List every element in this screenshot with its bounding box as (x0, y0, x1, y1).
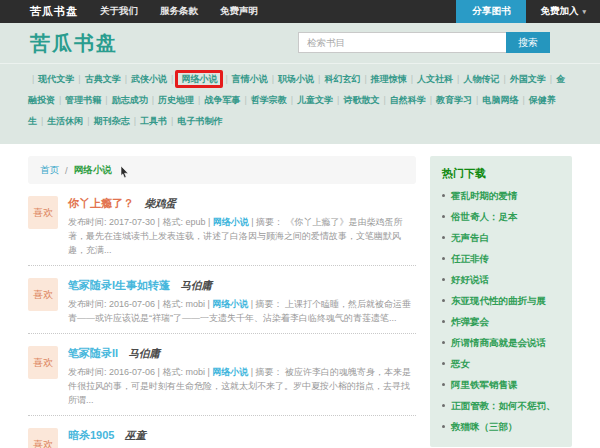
hot-download-item: 好好说话 (442, 274, 560, 286)
hot-download-link[interactable]: 救猫咪（三部） (451, 421, 518, 433)
nav-item-12[interactable]: 管理书籍 (65, 95, 101, 105)
hot-download-link[interactable]: 东亚现代性的曲折与展 (451, 295, 546, 307)
site-logo[interactable]: 苦瓜书盘 (30, 30, 118, 57)
hot-download-item: 炸弹宴会 (442, 316, 560, 328)
category-nav: |现代文学|古典文学|武侠小说|网络小说|言情小说|职场小说|科幻玄幻|推理惊悚… (0, 63, 600, 144)
book-info: 暗杀1905 巫童 发布时间: 2016-07-05 | 格式: mobi | … (68, 425, 416, 448)
like-button[interactable]: 喜欢 (28, 346, 58, 379)
search-button[interactable]: 搜索 (506, 32, 550, 53)
nav-divider: | (550, 74, 552, 84)
nav-item-16[interactable]: 哲学宗教 (251, 95, 287, 105)
book-meta: 发布时间: 2017-07-30 | 格式: epub | 网络小说 | 摘要：… (68, 215, 416, 257)
nav-item-19[interactable]: 自然科学 (390, 95, 426, 105)
nav-divider: | (476, 95, 478, 105)
nav-divider: | (152, 95, 154, 105)
hot-download-link[interactable]: 任正非传 (451, 253, 489, 265)
content-area: 首页 / 网络小说 喜欢 你丫上瘾了？ 柴鸡蛋 发布时间: 2017-07-30… (0, 144, 600, 448)
book-meta-pre: 发布时间: 2016-07-06 | 格式: mobi | (68, 367, 212, 377)
breadcrumb-home-link[interactable]: 首页 (40, 164, 59, 177)
book-entry: 喜欢 暗杀1905 巫童 发布时间: 2016-07-05 | 格式: mobi… (28, 416, 416, 448)
nav-divider: | (78, 74, 80, 84)
site-header: 苦瓜书盘 搜索 (0, 23, 600, 63)
hot-download-link[interactable]: 好好说话 (451, 274, 489, 286)
nav-item-7[interactable]: 推理惊悚 (371, 74, 407, 84)
topbar-spacer (258, 0, 456, 23)
topbar-link-about[interactable]: 关于我们 (100, 5, 138, 18)
nav-item-26[interactable]: 电子书制作 (177, 116, 222, 126)
like-button[interactable]: 喜欢 (28, 428, 58, 448)
hot-download-link[interactable]: 所谓情商高就是会说话 (451, 337, 546, 349)
free-join-button[interactable]: 免费加入 ▾ (526, 0, 600, 23)
like-button[interactable]: 喜欢 (28, 278, 58, 311)
nav-item-10[interactable]: 外国文学 (510, 74, 546, 84)
book-list: 喜欢 你丫上瘾了？ 柴鸡蛋 发布时间: 2017-07-30 | 格式: epu… (28, 184, 416, 448)
bullet-icon (442, 278, 445, 281)
book-title-link[interactable]: 暗杀1905 (68, 429, 114, 441)
nav-divider: | (457, 74, 459, 84)
nav-divider: | (105, 95, 107, 105)
book-info: 笔冢随录II 马伯庸 发布时间: 2016-07-06 | 格式: mobi |… (68, 343, 416, 407)
page: 苦瓜书盘 关于我们 服务条款 免费声明 分享图书 免费加入 ▾ 苦瓜书盘 搜索 … (0, 0, 600, 448)
hot-download-link[interactable]: 阿里铁军销售课 (451, 379, 518, 391)
nav-divider: | (383, 95, 385, 105)
nav-item-15[interactable]: 战争军事 (204, 95, 240, 105)
book-meta-pre: 发布时间: 2017-07-30 | 格式: epub | (68, 217, 213, 227)
nav-item-4[interactable]: 言情小说 (232, 74, 268, 84)
nav-item-14[interactable]: 历史地理 (158, 95, 194, 105)
hot-download-link[interactable]: 俗世奇人：足本 (451, 211, 518, 223)
nav-item-23[interactable]: 生活休闲 (47, 116, 83, 126)
book-title-link[interactable]: 笔冢随录I生事如转蓬 (68, 279, 170, 291)
nav-divider: | (125, 74, 127, 84)
nav-item-18[interactable]: 诗歌散文 (343, 95, 379, 105)
book-title-link[interactable]: 笔冢随录II (68, 347, 118, 359)
bullet-icon (442, 383, 445, 386)
book-author: 巫童 (125, 429, 146, 441)
hot-download-link[interactable]: 霍乱时期的爱情 (451, 190, 518, 202)
share-books-button[interactable]: 分享图书 (456, 0, 526, 23)
nav-divider: | (32, 74, 34, 84)
topbar-link-disclaimer[interactable]: 免费声明 (220, 5, 258, 18)
nav-item-13[interactable]: 励志成功 (112, 95, 148, 105)
book-title-link[interactable]: 你丫上瘾了？ (68, 197, 134, 209)
like-button[interactable]: 喜欢 (28, 196, 58, 229)
mouse-cursor-icon (120, 166, 130, 178)
hot-downloads-title: 热门下载 (442, 166, 560, 181)
nav-item-25[interactable]: 工具书 (140, 116, 167, 126)
nav-item-24[interactable]: 期刊杂志 (94, 116, 130, 126)
nav-item-2[interactable]: 武侠小说 (131, 74, 167, 84)
nav-item-0[interactable]: 现代文学 (38, 74, 74, 84)
bullet-icon (442, 194, 445, 197)
nav-item-17[interactable]: 儿童文学 (297, 95, 333, 105)
nav-item-5[interactable]: 职场小说 (278, 74, 314, 84)
book-author: 马伯庸 (129, 347, 161, 359)
hot-download-link[interactable]: 正面管教：如何不惩罚、 (451, 400, 556, 412)
topbar-link-terms[interactable]: 服务条款 (160, 5, 198, 18)
nav-item-9[interactable]: 人物传记 (463, 74, 499, 84)
book-category-link[interactable]: 网络小说 (213, 217, 249, 227)
hot-download-item: 救猫咪（三部） (442, 421, 560, 433)
hot-download-link[interactable]: 恶女 (451, 358, 470, 370)
nav-divider: | (411, 74, 413, 84)
bullet-icon (442, 215, 445, 218)
hot-download-link[interactable]: 无声告白 (451, 232, 489, 244)
search-input[interactable] (298, 32, 506, 53)
top-bar: 苦瓜书盘 关于我们 服务条款 免费声明 分享图书 免费加入 ▾ (0, 0, 600, 23)
nav-item-21[interactable]: 电脑网络 (482, 95, 518, 105)
book-meta: 发布时间: 2016-07-06 | 格式: mobi | 网络小说 | 摘要：… (68, 365, 416, 407)
bullet-icon (442, 236, 445, 239)
nav-divider: | (171, 74, 173, 84)
nav-item-3-highlighted[interactable]: 网络小说 (175, 70, 223, 88)
nav-item-8[interactable]: 人文社科 (417, 74, 453, 84)
nav-item-20[interactable]: 教育学习 (436, 95, 472, 105)
breadcrumb-current-link[interactable]: 网络小说 (74, 164, 112, 177)
nav-item-1[interactable]: 古典文学 (85, 74, 121, 84)
hot-download-link[interactable]: 炸弹宴会 (451, 316, 489, 328)
book-category-link[interactable]: 网络小说 (212, 367, 248, 377)
search-box: 搜索 (298, 32, 550, 53)
nav-item-6[interactable]: 科幻玄幻 (324, 74, 360, 84)
bullet-icon (442, 341, 445, 344)
book-title-line: 暗杀1905 巫童 (68, 425, 416, 443)
hot-download-item: 东亚现代性的曲折与展 (442, 295, 560, 307)
book-info: 你丫上瘾了？ 柴鸡蛋 发布时间: 2017-07-30 | 格式: epub |… (68, 193, 416, 257)
book-category-link[interactable]: 网络小说 (212, 299, 248, 309)
